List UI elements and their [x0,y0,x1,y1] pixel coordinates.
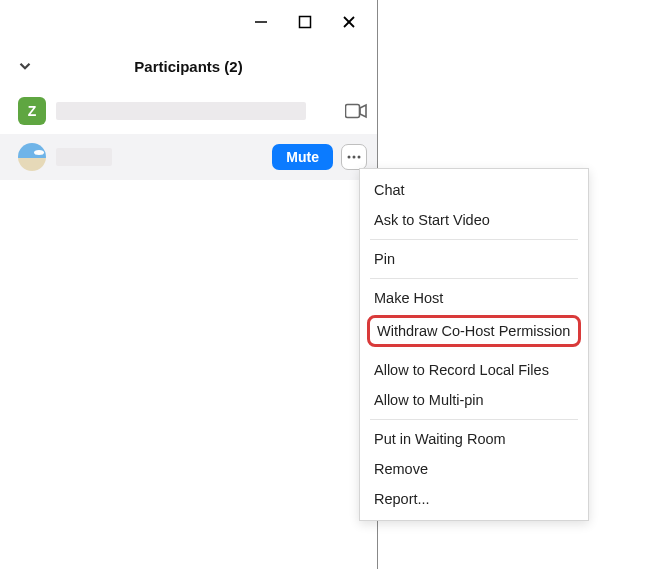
panel-title: Participants (2) [16,58,361,75]
more-options-button[interactable] [341,144,367,170]
participant-name-redacted [56,102,306,120]
menu-item-chat[interactable]: Chat [360,175,588,205]
menu-item-waiting-room[interactable]: Put in Waiting Room [360,424,588,454]
avatar: Z [18,97,46,125]
menu-item-make-host[interactable]: Make Host [360,283,588,313]
video-icon [345,103,367,119]
menu-separator [370,239,578,240]
close-button[interactable] [339,12,359,32]
svg-point-5 [348,156,351,159]
panel-header: Participants (2) [0,44,377,88]
avatar [18,143,46,171]
menu-separator [370,419,578,420]
menu-item-report[interactable]: Report... [360,484,588,514]
minimize-button[interactable] [251,12,271,32]
menu-item-pin[interactable]: Pin [360,244,588,274]
maximize-button[interactable] [295,12,315,32]
participant-row[interactable]: Z [0,88,377,134]
window-titlebar [0,0,377,44]
mute-button[interactable]: Mute [272,144,333,170]
svg-rect-4 [346,105,360,118]
menu-item-allow-record[interactable]: Allow to Record Local Files [360,355,588,385]
participants-panel: Participants (2) Z Mute [0,0,378,569]
svg-point-7 [358,156,361,159]
menu-item-withdraw-cohost[interactable]: Withdraw Co-Host Permission [367,315,581,347]
menu-separator [370,278,578,279]
svg-point-6 [353,156,356,159]
svg-rect-1 [300,17,311,28]
menu-item-allow-multipin[interactable]: Allow to Multi-pin [360,385,588,415]
participant-row[interactable]: Mute [0,134,377,180]
participant-name-redacted [56,148,112,166]
participant-context-menu: Chat Ask to Start Video Pin Make Host Wi… [359,168,589,521]
menu-item-ask-start-video[interactable]: Ask to Start Video [360,205,588,235]
menu-item-remove[interactable]: Remove [360,454,588,484]
